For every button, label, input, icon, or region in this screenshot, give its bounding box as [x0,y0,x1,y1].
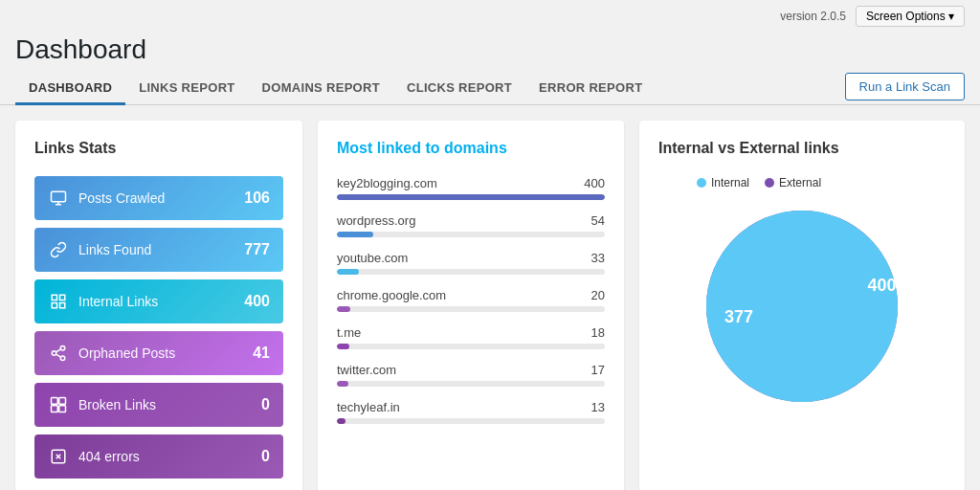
domain-count: 18 [591,325,605,340]
domain-name: chrome.google.com [337,288,446,302]
domain-bar-fill [337,194,605,200]
domains-title: Most linked to domains [337,140,605,157]
orphaned-posts-label: Orphaned Posts [78,345,175,361]
tab-dashboard[interactable]: DASHBOARD [15,73,125,105]
stat-broken-links: Broken Links 0 [34,383,283,427]
tab-error-report[interactable]: ERROR REPORT [525,73,656,105]
domain-count: 13 [591,400,605,414]
broken-links-label: Broken Links [78,397,156,412]
pie-chart: 377 400 [697,201,907,412]
svg-rect-0 [52,191,66,202]
legend-external: External [765,176,821,189]
link-icon [48,239,69,260]
domain-item: key2blogging.com 400 [337,176,605,200]
svg-point-8 [52,351,56,356]
nav-tabs-left: DASHBOARD LINKS REPORT DOMAINS REPORT CL… [15,73,656,104]
domain-name: key2blogging.com [337,176,437,190]
domain-bar-fill [337,381,348,387]
domains-list: key2blogging.com 400 wordpress.org 54 yo… [337,176,605,424]
legend-internal: Internal [697,176,749,189]
legend-external-label: External [779,176,821,189]
posts-crawled-count: 106 [244,189,270,207]
domain-count: 17 [591,363,605,377]
404-errors-label: 404 errors [78,449,140,464]
chart-container: Internal External 377 [658,176,946,412]
domain-item: twitter.com 17 [337,363,605,387]
svg-point-7 [60,346,65,351]
chart-title: Internal vs External links [658,140,946,157]
share-icon [48,343,69,364]
links-stats-title: Links Stats [34,140,283,157]
links-found-label: Links Found [78,242,151,257]
posts-crawled-label: Posts Crawled [78,190,165,206]
monitor-icon [48,188,69,209]
svg-point-9 [60,356,65,361]
main-content: Links Stats Posts Crawled 106 Links Foun… [0,105,980,490]
pie-external-label: 400 [868,276,897,296]
domain-bar-bg [337,269,605,275]
legend-internal-dot [697,178,706,188]
svg-line-10 [56,354,60,357]
svg-rect-4 [60,295,65,300]
svg-rect-15 [59,406,66,412]
stat-orphaned-posts: Orphaned Posts 41 [34,331,283,375]
domain-name: wordpress.org [337,213,415,228]
svg-rect-13 [59,398,66,405]
chart-legend: Internal External [697,176,821,189]
domain-count: 400 [584,176,605,190]
run-link-scan-button[interactable]: Run a Link Scan [845,73,965,100]
domain-count: 33 [591,251,605,265]
tab-domains-report[interactable]: DOMAINS REPORT [249,73,393,105]
domain-bar-bg [337,306,605,312]
tab-clicks-report[interactable]: CLICKS REPORT [393,73,525,105]
domain-bar-bg [337,232,605,237]
domain-count: 20 [591,288,605,302]
domain-bar-bg [337,344,605,349]
svg-line-11 [56,349,60,352]
legend-external-dot [765,178,774,188]
svg-rect-3 [52,295,56,300]
domain-count: 54 [591,213,605,228]
404-errors-count: 0 [261,448,270,465]
pie-internal-label: 377 [724,307,753,327]
tab-links-report[interactable]: LINKS REPORT [125,73,248,105]
domain-item: wordpress.org 54 [337,213,605,237]
chart-card: Internal vs External links Internal Exte… [639,121,965,490]
links-stats-card: Links Stats Posts Crawled 106 Links Foun… [15,121,302,490]
domain-name: youtube.com [337,251,408,265]
broken-links-count: 0 [261,396,270,413]
page-title: Dashboard [15,34,146,65]
stat-posts-crawled: Posts Crawled 106 [34,176,283,220]
domain-name: techyleaf.in [337,400,400,414]
stat-internal-links: Internal Links 400 [34,279,283,323]
domain-bar-fill [337,232,373,237]
domain-bar-fill [337,344,349,349]
links-found-count: 777 [244,241,270,258]
svg-rect-12 [52,398,58,405]
domain-bar-fill [337,306,350,312]
domain-item: t.me 18 [337,325,605,349]
nav-tabs: DASHBOARD LINKS REPORT DOMAINS REPORT CL… [0,65,980,105]
domains-card: Most linked to domains key2blogging.com … [318,121,624,490]
domain-bar-fill [337,418,345,424]
domain-item: youtube.com 33 [337,251,605,275]
orphaned-posts-count: 41 [253,345,270,362]
domain-item: chrome.google.com 20 [337,288,605,312]
domain-name: twitter.com [337,363,396,377]
version-text: version 2.0.5 [780,10,846,23]
domain-bar-bg [337,194,605,200]
domain-item: techyleaf.in 13 [337,400,605,424]
stat-404-errors: 404 errors 0 [34,434,283,479]
svg-rect-6 [60,303,65,308]
x-icon [48,446,69,467]
stat-links-found: Links Found 777 [34,228,283,272]
screen-options-button[interactable]: Screen Options ▾ [856,6,965,27]
domain-bar-bg [337,381,605,387]
svg-rect-14 [52,406,58,412]
svg-rect-5 [52,303,56,308]
domain-bar-fill [337,269,359,275]
broken-link-icon [48,394,69,415]
internal-links-count: 400 [244,293,270,310]
domain-bar-bg [337,418,605,424]
grid-icon [48,291,69,312]
